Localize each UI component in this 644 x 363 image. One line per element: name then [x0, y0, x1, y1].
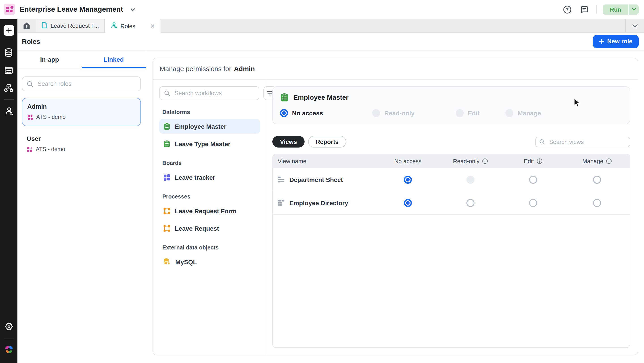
section-label-dataforms: Dataforms	[162, 109, 260, 115]
run-dropdown-caret[interactable]	[628, 4, 639, 14]
rail-divider	[4, 338, 14, 339]
permissions-panel: Manage permissions for Admin	[152, 58, 638, 356]
process-icon	[163, 225, 170, 232]
workflow-item-employee-master[interactable]: Employee Master	[159, 119, 260, 134]
radio-edit[interactable]	[529, 175, 537, 184]
kissflow-logo-icon[interactable]	[0, 341, 18, 359]
workflow-item-mysql[interactable]: MySQL	[159, 254, 260, 269]
roles-panel-tabs: In-app Linked	[18, 50, 146, 68]
access-level-radio-group: No access Read-only Edit	[280, 109, 622, 117]
views-pill[interactable]: Views	[272, 136, 304, 148]
access-option-label: Edit	[468, 109, 480, 117]
process-icon	[163, 207, 170, 214]
column-no-access: No access	[376, 158, 439, 165]
linked-app-icon	[27, 114, 33, 120]
workflow-item-label: Leave Type Master	[175, 140, 230, 147]
tab-linked[interactable]: Linked	[82, 50, 146, 68]
info-icon[interactable]	[482, 158, 488, 164]
search-workflows-input[interactable]	[174, 89, 254, 97]
chat-icon[interactable]	[579, 4, 590, 15]
tab-leave-request-form[interactable]: Leave Request F...	[36, 19, 105, 32]
app-switcher-caret[interactable]	[128, 4, 138, 15]
info-icon[interactable]	[536, 158, 542, 164]
search-views-box	[535, 137, 630, 147]
radio-selected[interactable]	[280, 109, 288, 117]
search-icon	[164, 90, 170, 96]
column-read-only: Read-only	[439, 158, 502, 165]
settings-gear-icon[interactable]	[0, 318, 18, 336]
table-row-department-sheet: Department Sheet	[273, 168, 630, 191]
role-app-label: ATS - demo	[36, 146, 65, 152]
rail-divider	[4, 99, 14, 100]
radio-read-only[interactable]	[466, 199, 474, 207]
access-option-manage: Manage	[506, 109, 541, 117]
access-option-label: No access	[292, 109, 323, 117]
search-workflows-box	[159, 86, 260, 100]
access-option-no-access[interactable]: No access	[280, 109, 323, 117]
app-window: Enterprise Leave Management ? Run	[0, 0, 644, 363]
radio-read-only-disabled	[466, 175, 474, 184]
tab-list-chevron-icon[interactable]	[630, 20, 640, 31]
page-title: Roles	[22, 37, 40, 45]
radio-edit[interactable]	[529, 199, 537, 207]
search-views-input[interactable]	[548, 138, 626, 145]
role-name: User	[27, 135, 141, 142]
search-roles-input[interactable]	[37, 80, 136, 88]
views-permission-table: View name No access Read-only Edit Manag…	[272, 154, 630, 348]
plus-icon	[599, 39, 604, 44]
radio-manage[interactable]	[593, 199, 601, 207]
section-label-boards: Boards	[162, 160, 260, 166]
run-button[interactable]: Run	[603, 4, 628, 14]
table-row-employee-directory: Employee Directory	[273, 191, 630, 215]
dataforms-nav-icon[interactable]	[0, 43, 18, 61]
workflow-item-label: Leave tracker	[175, 174, 215, 181]
document-icon	[42, 22, 48, 30]
mysql-icon	[163, 258, 171, 266]
permissions-header-prefix: Manage permissions for	[160, 65, 231, 72]
workflow-nav-icon[interactable]	[0, 79, 18, 97]
page-header: Roles New role	[18, 33, 644, 50]
reports-pill[interactable]: Reports	[308, 136, 346, 148]
radio-no-access-selected[interactable]	[404, 199, 412, 207]
radio-disabled	[456, 109, 464, 117]
role-name: Admin	[27, 103, 136, 110]
create-new-icon[interactable]	[3, 25, 14, 36]
permissions-header: Manage permissions for Admin	[153, 58, 638, 80]
main-area: Roles New role In-app Linked Admin	[18, 33, 644, 363]
new-role-button[interactable]: New role	[593, 35, 639, 48]
views-reports-toggle: Views Reports	[272, 136, 630, 148]
radio-no-access-selected[interactable]	[404, 175, 412, 184]
roles-nav-icon[interactable]	[0, 102, 18, 120]
dataform-icon	[163, 140, 170, 148]
access-option-label: Manage	[518, 109, 541, 117]
permissions-header-role: Admin	[234, 65, 255, 72]
board-icon	[163, 174, 170, 181]
detail-title: Employee Master	[294, 93, 348, 101]
info-icon[interactable]	[606, 158, 612, 164]
workflow-item-leave-type-master[interactable]: Leave Type Master	[159, 136, 260, 151]
forms-nav-icon[interactable]	[0, 61, 18, 79]
column-manage: Manage	[564, 158, 630, 165]
radio-manage[interactable]	[593, 175, 601, 184]
permission-detail-column: Employee Master No access Re	[265, 80, 638, 355]
view-name: Employee Directory	[289, 199, 348, 206]
workflow-item-leave-request[interactable]: Leave Request	[159, 221, 260, 236]
run-split-button: Run	[603, 4, 639, 14]
access-option-edit: Edit	[456, 109, 480, 117]
role-card-admin[interactable]: Admin ATS - demo	[22, 98, 141, 126]
workflow-item-leave-tracker[interactable]: Leave tracker	[159, 170, 260, 185]
role-item-user[interactable]: User ATS - demo	[27, 135, 141, 152]
access-option-read-only: Read-only	[372, 109, 414, 117]
dataform-icon	[280, 92, 289, 102]
help-icon[interactable]: ?	[562, 4, 573, 15]
tab-roles[interactable]: Roles ✕	[105, 19, 161, 33]
home-tab-icon[interactable]	[18, 19, 36, 32]
access-option-label: Read-only	[384, 109, 414, 117]
search-icon	[27, 81, 33, 87]
close-tab-icon[interactable]: ✕	[150, 22, 155, 29]
section-label-processes: Processes	[162, 194, 260, 200]
svg-text:?: ?	[566, 7, 569, 12]
tab-in-app[interactable]: In-app	[18, 50, 82, 68]
search-icon	[539, 139, 545, 144]
workflow-item-leave-request-form[interactable]: Leave Request Form	[159, 203, 260, 218]
